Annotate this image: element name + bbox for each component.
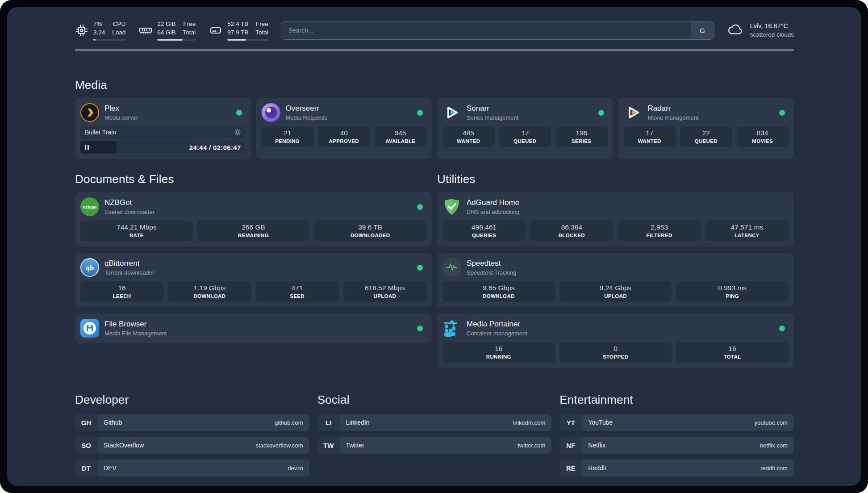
weather-location: Lviv, 16.87°C <box>750 22 794 31</box>
app-name: NZBGet <box>104 198 154 207</box>
plex-icon <box>80 103 99 122</box>
stat-tile: 0STOPPED <box>559 342 672 363</box>
status-dot-online <box>779 110 785 116</box>
section-documents: Documents & Files nzbget NZBGet Usenet d… <box>75 172 432 343</box>
status-dot-online <box>779 326 785 331</box>
app-name: Media Portainer <box>467 320 527 329</box>
stat-tile: 196SERIES <box>555 126 608 147</box>
app-subtitle: Media Requests <box>286 114 328 121</box>
app-link-overseerr[interactable]: Overseerr Media Requests <box>262 103 412 122</box>
portainer-icon <box>442 319 461 338</box>
cpu-load-avg: 3.24 <box>93 29 105 37</box>
bookmark-group-entertainment: Entertainment YT YouTube youtube.com NF … <box>559 393 794 476</box>
bookmark-abbr: SO <box>75 437 97 454</box>
bookmark-url: netflix.com <box>760 442 788 449</box>
disk-values: 52.4 TB 97.9 TB <box>227 20 248 36</box>
bookmark-stackoverflow[interactable]: SO StackOverflow stackoverflow.com <box>75 437 309 454</box>
cpu-meter <box>93 39 125 41</box>
app-link-sonarr[interactable]: Sonarr Series management <box>442 103 593 122</box>
bookmark-abbr: LI <box>317 414 340 431</box>
stat-tile: 47.571 msLATENCY <box>705 221 789 241</box>
stat-tile: 40APPROVED <box>318 126 370 147</box>
stat-tile: 471SEED <box>256 281 339 302</box>
stat-tile: 22QUEUED <box>680 126 732 147</box>
disk-labels: Free Total <box>255 20 268 36</box>
bookmark-body: LinkedIn linkedin.com <box>340 414 552 431</box>
memory-labels: Free Total <box>183 20 196 36</box>
bookmark-linkedin[interactable]: LI LinkedIn linkedin.com <box>317 414 552 431</box>
status-dot-online <box>417 110 423 116</box>
stat-tile: 618.52 MbpsUPLOAD <box>343 281 426 302</box>
app-subtitle: Movie management <box>648 114 699 121</box>
bookmark-url: dev.to <box>288 465 303 472</box>
app-name: File Browser <box>104 320 167 329</box>
app-subtitle: Series management <box>467 114 518 121</box>
section-title-social: Social <box>317 393 552 407</box>
bookmark-name: LinkedIn <box>346 419 370 426</box>
bookmark-youtube[interactable]: YT YouTube youtube.com <box>559 414 794 431</box>
app-link-speedtest[interactable]: Speedtest Speedtest Tracking <box>442 258 789 277</box>
playback-progress <box>80 141 117 154</box>
nzbget-icon: nzbget <box>80 197 99 216</box>
app-link-plex[interactable]: Plex Media server <box>80 103 231 122</box>
now-playing-row: Bullet Train <box>80 126 246 138</box>
bookmark-body: Twitter twitter.com <box>340 437 552 454</box>
app-card-plex: Plex Media server Bullet Train <box>75 98 251 159</box>
status-dot-online <box>236 110 242 116</box>
stat-tile: 498,461QUERIES <box>442 221 526 241</box>
stat-tile: 16LEECH <box>80 281 163 302</box>
stat-tile: 0.993 msPING <box>676 281 789 302</box>
memory-icon <box>139 24 152 37</box>
bookmark-netflix[interactable]: NF Netflix netflix.com <box>559 437 794 454</box>
app-link-radarr[interactable]: Radarr Movie management <box>624 103 774 122</box>
now-playing-progress-row: 24:44 / 02:06:47 <box>80 141 246 154</box>
section-title-developer: Developer <box>75 393 309 407</box>
filebrowser-icon <box>80 319 99 338</box>
gear-icon[interactable] <box>234 129 241 136</box>
app-link-filebrowser[interactable]: File Browser Media File Management <box>80 319 412 338</box>
stat-tile: 21PENDING <box>262 126 314 147</box>
app-link-adguard[interactable]: AdGuard Home DNS and adblocking <box>442 197 789 216</box>
bookmark-abbr: TW <box>317 437 340 454</box>
app-card-overseerr: Overseerr Media Requests 21PENDING 40APP… <box>256 98 432 159</box>
status-dot-online <box>417 326 423 331</box>
cloud-icon <box>727 21 745 39</box>
bookmark-name: Netflix <box>588 442 605 449</box>
app-name: AdGuard Home <box>467 198 520 207</box>
bookmark-github[interactable]: GH Github github.com <box>75 414 309 431</box>
app-card-radarr: Radarr Movie management 17WANTED 22QUEUE… <box>618 98 794 159</box>
stat-tile: 16RUNNING <box>442 342 555 363</box>
bookmark-body: Reddit reddit.com <box>582 460 794 476</box>
stat-tile: 9.24 GbpsUPLOAD <box>559 281 672 302</box>
bookmark-twitter[interactable]: TW Twitter twitter.com <box>317 437 552 454</box>
status-dot-online <box>598 110 604 116</box>
bookmark-reddit[interactable]: RE Reddit reddit.com <box>559 460 794 476</box>
stat-tile: 17WANTED <box>624 126 676 147</box>
disk-stat: 52.4 TB 97.9 TB Free Total <box>209 20 268 40</box>
speedtest-icon <box>442 258 461 277</box>
search-provider-button[interactable]: G <box>691 21 714 39</box>
header: 7% 3.24 CPU Load <box>75 18 794 43</box>
bookmark-abbr: GH <box>75 414 97 431</box>
bookmark-url: stackoverflow.com <box>255 442 303 449</box>
bookmark-name: Twitter <box>346 442 364 449</box>
bookmark-name: Github <box>104 419 122 426</box>
app-card-sonarr: Sonarr Series management 485WANTED 17QUE… <box>437 98 613 159</box>
app-name: Radarr <box>648 104 699 113</box>
app-link-qbittorrent[interactable]: qb qBittorrent Torrent downloader <box>80 258 412 277</box>
app-name: Sonarr <box>467 104 518 113</box>
bookmark-group-social: Social LI LinkedIn linkedin.com TW Twitt… <box>317 393 552 476</box>
weather-condition: scattered clouds <box>750 31 794 39</box>
app-name: qBittorrent <box>104 259 154 268</box>
app-link-nzbget[interactable]: nzbget NZBGet Usenet downloader <box>80 197 412 216</box>
memory-meter <box>157 39 196 41</box>
bookmark-dev[interactable]: DT DEV dev.to <box>75 460 309 476</box>
app-card-nzbget: nzbget NZBGet Usenet downloader 744.21 M… <box>75 192 432 246</box>
bookmark-url: github.com <box>275 419 303 426</box>
search-input[interactable] <box>281 21 691 39</box>
app-link-portainer[interactable]: Media Portainer Container management <box>442 319 774 338</box>
section-title-documents: Documents & Files <box>75 172 432 186</box>
weather-widget: Lviv, 16.87°C scattered clouds <box>727 21 794 39</box>
stat-tile: 266 GBREMAINING <box>197 221 310 241</box>
pause-icon[interactable] <box>85 145 86 150</box>
